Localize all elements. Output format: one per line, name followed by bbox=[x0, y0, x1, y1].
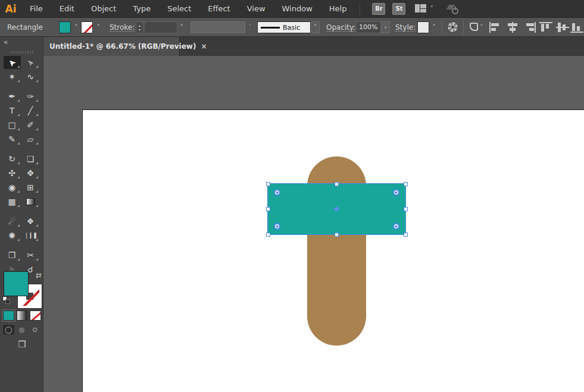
draw-normal-mode[interactable]: ◯ bbox=[3, 325, 14, 334]
color-button[interactable] bbox=[3, 311, 14, 321]
vertical-align-center-button[interactable] bbox=[556, 22, 569, 33]
menu-type[interactable]: Type bbox=[124, 0, 159, 18]
stepper-down-icon[interactable]: ▾ bbox=[139, 27, 140, 32]
corner-widget-bottom-right[interactable] bbox=[393, 223, 399, 230]
stroke-width-chevron-icon[interactable]: ˅ bbox=[177, 21, 186, 33]
perspective-grid-tool[interactable]: ⊞ bbox=[22, 181, 39, 194]
mesh-tool[interactable]: ▦ bbox=[4, 195, 21, 208]
handle-bottom-right[interactable] bbox=[404, 233, 408, 237]
shaper-tool[interactable]: ✎ bbox=[4, 133, 21, 146]
eraser-tool[interactable]: ▱ bbox=[22, 133, 39, 146]
handle-bottom-center[interactable] bbox=[335, 233, 339, 237]
blend-tool[interactable]: ❖ bbox=[22, 215, 39, 228]
fill-proxy-swatch[interactable] bbox=[4, 271, 29, 296]
shape-builder-tool[interactable]: ◉ bbox=[4, 181, 21, 194]
opacity-expand-icon[interactable]: › bbox=[381, 21, 390, 33]
curvature-tool[interactable]: ✑ bbox=[22, 90, 39, 103]
corner-widget-bottom-left[interactable] bbox=[274, 223, 280, 230]
canvas-area[interactable] bbox=[43, 56, 584, 392]
pen-tool[interactable]: ✒ bbox=[4, 90, 21, 103]
menu-object[interactable]: Object bbox=[83, 0, 124, 18]
swap-fill-stroke-icon[interactable]: ⇄ bbox=[36, 271, 42, 280]
scale-tool[interactable]: ❏ bbox=[22, 152, 39, 165]
gradient-button[interactable] bbox=[17, 311, 28, 321]
rectangle-tool[interactable]: □ bbox=[4, 118, 21, 131]
symbol-sprayer-tool[interactable]: ✺ bbox=[4, 229, 21, 242]
selection-tool[interactable]: ➤ bbox=[4, 56, 21, 69]
menu-file[interactable]: File bbox=[21, 0, 51, 18]
brush-definition-dropdown[interactable]: Basic bbox=[257, 21, 311, 33]
column-graph-tool[interactable]: ❘❙❚ bbox=[22, 229, 39, 242]
stroke-color-swatch[interactable] bbox=[81, 21, 93, 33]
menu-select[interactable]: Select bbox=[159, 0, 199, 18]
magic-wand-tool[interactable]: ✶ bbox=[4, 70, 21, 83]
handle-bottom-left[interactable] bbox=[266, 233, 270, 237]
gradient-tool[interactable] bbox=[22, 195, 39, 208]
style-panel-link[interactable]: Style: bbox=[395, 23, 416, 32]
menu-effect[interactable]: Effect bbox=[199, 0, 238, 18]
selection-center-point[interactable] bbox=[335, 207, 339, 211]
stepper-up-icon[interactable]: ▴ bbox=[139, 23, 140, 27]
eyedropper-tool[interactable]: ☄ bbox=[4, 215, 21, 228]
document-tab[interactable]: Untitled-1* @ 66.67% (RGB/Preview) × bbox=[43, 37, 180, 56]
panel-grip[interactable] bbox=[11, 51, 33, 54]
vertical-align-top-button[interactable] bbox=[539, 22, 552, 33]
stroke-width-stepper[interactable]: ▴ ▾ bbox=[136, 21, 143, 33]
stroke-panel-link[interactable]: Stroke: bbox=[110, 23, 135, 32]
handle-middle-right[interactable] bbox=[404, 207, 408, 211]
tools-panel: « ➤ ➢ ✶ ∿ ✒ ✑ T ╱ □ ✐ ✎ ▱ ↻ ❏ ✣ ✥ ◉ ⊞ ▦ … bbox=[0, 37, 43, 392]
style-chevron-icon[interactable]: ˅ bbox=[430, 21, 438, 33]
draw-behind-mode[interactable]: ◎ bbox=[16, 325, 27, 334]
collapse-panel-icon[interactable]: « bbox=[4, 38, 7, 46]
menu-help[interactable]: Help bbox=[321, 0, 355, 18]
stock-button[interactable]: St bbox=[392, 3, 405, 15]
gradient-tool-icon bbox=[26, 198, 35, 205]
bridge-button[interactable]: Br bbox=[372, 3, 385, 15]
brush-name: Basic bbox=[283, 24, 300, 32]
control-separator bbox=[442, 21, 442, 34]
illustrator-window: Ai File Edit Object Type Select Effect V… bbox=[0, 0, 584, 392]
artboard-tool[interactable]: ❐ bbox=[4, 249, 21, 262]
menu-edit[interactable]: Edit bbox=[51, 0, 83, 18]
menu-view[interactable]: View bbox=[239, 0, 274, 18]
shape-options-button[interactable]: ˅ bbox=[470, 23, 483, 35]
width-tool[interactable]: ✣ bbox=[4, 167, 21, 180]
corner-widget-top-right[interactable] bbox=[393, 189, 399, 196]
type-tool[interactable]: T bbox=[4, 104, 21, 117]
shape-chevron-icon: ˅ bbox=[480, 24, 483, 30]
stroke-chevron-icon[interactable]: ˅ bbox=[94, 21, 102, 33]
horizontal-align-left-button[interactable] bbox=[489, 22, 502, 33]
handle-top-left[interactable] bbox=[266, 182, 270, 186]
menu-window[interactable]: Window bbox=[274, 0, 321, 18]
rotate-tool[interactable]: ↻ bbox=[4, 152, 21, 165]
brush-chevron-icon[interactable]: ˅ bbox=[311, 21, 320, 33]
shape-icon bbox=[470, 23, 478, 31]
lasso-tool[interactable]: ∿ bbox=[22, 70, 39, 83]
control-bar: Rectangle ˅ ˅ Stroke: ▴ ▾ ˅ ˅ Basic ˅ Op… bbox=[0, 18, 584, 37]
workspace-switcher[interactable]: ˅ bbox=[415, 4, 433, 13]
opacity-input[interactable]: 100% bbox=[356, 21, 381, 33]
opacity-panel-link[interactable]: Opacity: bbox=[326, 23, 355, 32]
draw-inside-mode[interactable]: ⊙ bbox=[29, 325, 40, 334]
horizontal-align-center-button[interactable] bbox=[506, 22, 519, 33]
default-fill-stroke-icon[interactable] bbox=[2, 296, 11, 305]
stroke-width-input[interactable] bbox=[144, 21, 177, 33]
fill-color-swatch[interactable] bbox=[59, 21, 71, 33]
free-transform-tool[interactable]: ✥ bbox=[22, 167, 39, 180]
line-segment-tool[interactable]: ╱ bbox=[22, 104, 39, 117]
handle-top-right[interactable] bbox=[404, 182, 408, 186]
slice-tool[interactable]: ✂ bbox=[22, 249, 39, 262]
fill-chevron-icon[interactable]: ˅ bbox=[72, 21, 80, 33]
none-button[interactable] bbox=[30, 311, 41, 321]
paintbrush-tool[interactable]: ✐ bbox=[22, 118, 39, 131]
recolor-artwork-button[interactable] bbox=[447, 21, 458, 33]
handle-top-center[interactable] bbox=[335, 182, 339, 186]
corner-widget-top-left[interactable] bbox=[274, 189, 280, 196]
screen-mode-button[interactable]: ❒ bbox=[13, 339, 31, 351]
close-tab-icon[interactable]: × bbox=[196, 42, 207, 51]
handle-middle-left[interactable] bbox=[266, 207, 270, 211]
vertical-align-bottom-button[interactable] bbox=[570, 22, 583, 33]
direct-selection-tool[interactable]: ➢ bbox=[22, 56, 39, 69]
horizontal-align-right-button[interactable] bbox=[523, 22, 536, 33]
graphic-style-swatch[interactable] bbox=[417, 21, 429, 33]
